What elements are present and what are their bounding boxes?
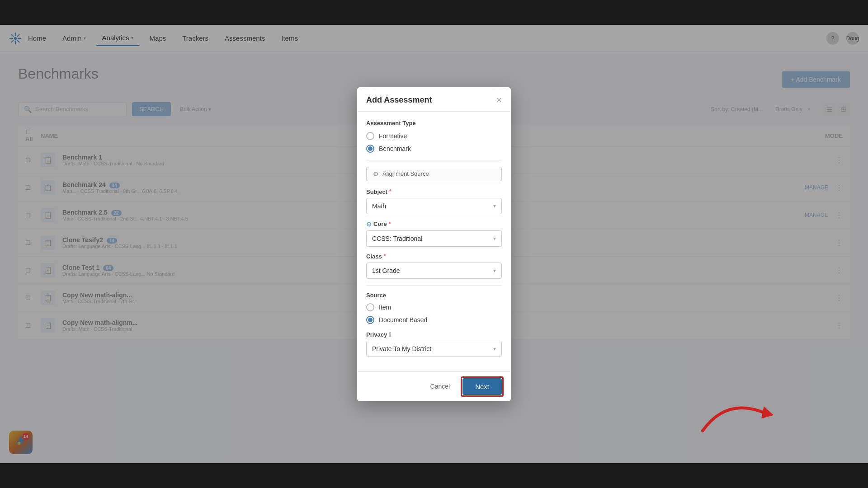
cancel-button[interactable]: Cancel — [423, 379, 458, 394]
core-label: ⊙ Core * — [366, 221, 502, 228]
privacy-field: Privacy ℹ Private To My District ▾ — [366, 331, 502, 357]
item-radio-circle — [366, 303, 374, 311]
benchmark-label: Benchmark — [379, 145, 411, 152]
add-assessment-modal: Add Assessment × Assessment Type Formati… — [357, 87, 511, 401]
section-divider — [366, 160, 502, 160]
subject-value: Math — [372, 202, 386, 210]
next-button[interactable]: Next — [462, 378, 502, 395]
core-select[interactable]: CCSS: Traditional ▾ — [366, 230, 502, 247]
class-select[interactable]: 1st Grade ▾ — [366, 263, 502, 279]
formative-label: Formative — [379, 132, 407, 140]
modal-overlay: Add Assessment × Assessment Type Formati… — [0, 25, 868, 463]
subject-select[interactable]: Math ▾ — [366, 198, 502, 214]
class-label: Class * — [366, 253, 502, 260]
assessment-type-radio-group: Formative Benchmark — [366, 132, 502, 153]
core-field: ⊙ Core * CCSS: Traditional ▾ — [366, 221, 502, 247]
subject-label: Subject * — [366, 188, 502, 195]
core-icon: ⊙ — [366, 221, 372, 228]
privacy-info-icon[interactable]: ℹ — [389, 331, 391, 338]
modal-close-button[interactable]: × — [496, 95, 502, 104]
benchmark-radio[interactable]: Benchmark — [366, 145, 502, 153]
item-radio[interactable]: Item — [366, 303, 502, 311]
privacy-select[interactable]: Private To My District ▾ — [366, 341, 502, 357]
class-field: Class * 1st Grade ▾ — [366, 253, 502, 279]
item-label: Item — [379, 304, 391, 311]
assessment-type-label: Assessment Type — [366, 120, 502, 127]
document-based-label: Document Based — [379, 316, 427, 324]
benchmark-radio-circle — [366, 145, 374, 153]
modal-header: Add Assessment × — [357, 87, 511, 112]
subject-required-star: * — [389, 188, 392, 195]
core-required-star: * — [389, 221, 391, 227]
gear-icon: ⚙ — [373, 170, 379, 178]
core-chevron-icon: ▾ — [493, 235, 496, 242]
privacy-chevron-icon: ▾ — [493, 346, 496, 352]
modal-title: Add Assessment — [366, 95, 432, 105]
class-required-star: * — [384, 253, 386, 259]
source-section: Source Item Document Based — [366, 292, 502, 324]
section-divider-2 — [366, 285, 502, 286]
alignment-source-label: Alignment Source — [382, 170, 429, 177]
privacy-value: Private To My District — [372, 345, 431, 352]
modal-footer: Cancel Next — [357, 371, 511, 401]
modal-body: Assessment Type Formative Benchmark ⚙ A — [357, 112, 511, 371]
privacy-label: Privacy ℹ — [366, 331, 502, 338]
source-radio-group: Item Document Based — [366, 303, 502, 324]
document-based-radio-circle — [366, 316, 374, 324]
alignment-source-button[interactable]: ⚙ Alignment Source — [366, 167, 502, 181]
formative-radio[interactable]: Formative — [366, 132, 502, 140]
class-value: 1st Grade — [372, 267, 400, 274]
subject-field: Subject * Math ▾ — [366, 188, 502, 214]
next-button-wrapper: Next — [462, 378, 502, 395]
source-label: Source — [366, 292, 502, 299]
class-chevron-icon: ▾ — [493, 267, 496, 274]
document-based-radio[interactable]: Document Based — [366, 316, 502, 324]
formative-radio-circle — [366, 132, 374, 140]
core-value: CCSS: Traditional — [372, 235, 422, 242]
subject-chevron-icon: ▾ — [493, 203, 496, 209]
